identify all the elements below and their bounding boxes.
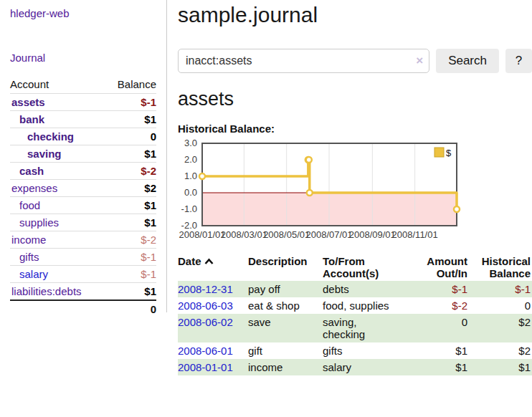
account-row: salary$-1 bbox=[10, 266, 156, 283]
transaction-balance: $1 bbox=[469, 359, 532, 375]
account-heading: assets bbox=[178, 88, 532, 110]
account-balance: $-1 bbox=[105, 249, 156, 266]
accounts-header-balance: Balance bbox=[105, 76, 156, 94]
transaction-date-link[interactable]: 2008-06-03 bbox=[178, 299, 233, 312]
transaction-date-cell: 2008-06-02 bbox=[178, 314, 248, 342]
account-link-checking[interactable]: checking bbox=[27, 130, 74, 143]
historical-balance-chart: 2008/01/012008/03/012008/05/012008/07/01… bbox=[178, 139, 532, 244]
transaction-balance: $2 bbox=[469, 342, 532, 359]
transaction-accounts: debts bbox=[323, 281, 403, 297]
transaction-date-cell: 2008-12-31 bbox=[178, 281, 248, 297]
account-link-income[interactable]: income bbox=[11, 234, 46, 246]
transaction-description: income bbox=[248, 359, 323, 375]
account-link-expenses[interactable]: expenses bbox=[11, 182, 57, 194]
svg-text:2008/11/01: 2008/11/01 bbox=[392, 229, 438, 240]
transaction-date-link[interactable]: 2008-06-02 bbox=[178, 316, 233, 328]
svg-text:2008/05/01: 2008/05/01 bbox=[263, 229, 310, 240]
transaction-balance: 0 bbox=[469, 297, 532, 314]
search-input[interactable] bbox=[178, 49, 429, 73]
svg-text:2.0: 2.0 bbox=[184, 154, 197, 165]
register-header-amount: Amount Out/In bbox=[403, 254, 469, 281]
transaction-balance: $2 bbox=[469, 314, 532, 342]
svg-text:1.0: 1.0 bbox=[184, 171, 197, 181]
accounts-total-row: 0 bbox=[10, 300, 156, 317]
transaction-description: gift bbox=[248, 342, 323, 359]
sidebar-item-journal[interactable]: Journal bbox=[10, 52, 45, 64]
svg-text:0.0: 0.0 bbox=[184, 187, 197, 198]
account-row: bank$1 bbox=[10, 111, 156, 128]
accounts-header-account: Account bbox=[10, 76, 105, 94]
account-row: gifts$-1 bbox=[10, 249, 156, 266]
svg-text:2008/07/01: 2008/07/01 bbox=[305, 229, 352, 240]
account-row: expenses$2 bbox=[10, 180, 156, 197]
transaction-description: pay off bbox=[248, 281, 323, 297]
transaction-amount: $1 bbox=[403, 342, 469, 359]
svg-text:$: $ bbox=[446, 148, 452, 158]
account-balance: $-1 bbox=[105, 266, 156, 283]
app-brand-link[interactable]: hledger-web bbox=[10, 7, 156, 19]
account-link-saving[interactable]: saving bbox=[27, 148, 62, 160]
account-row: supplies$1 bbox=[10, 214, 156, 231]
register-header-accounts: To/From Account(s) bbox=[323, 254, 403, 281]
transaction-amount: $-1 bbox=[403, 281, 469, 297]
register-header-date[interactable]: Date bbox=[178, 254, 248, 281]
svg-text:2008/03/01: 2008/03/01 bbox=[221, 229, 267, 240]
transaction-accounts: saving, checking bbox=[323, 314, 403, 342]
svg-text:2008/01/01: 2008/01/01 bbox=[179, 229, 225, 240]
account-link-bank[interactable]: bank bbox=[19, 113, 44, 125]
transaction-row: 2008-06-01giftgifts$1$2 bbox=[178, 342, 532, 359]
account-balance: $1 bbox=[105, 283, 156, 301]
account-row: saving$1 bbox=[10, 145, 156, 163]
transaction-amount: 0 bbox=[403, 314, 469, 342]
transaction-description: save bbox=[248, 314, 323, 342]
account-link-supplies[interactable]: supplies bbox=[19, 216, 59, 229]
transaction-row: 2008-01-01incomesalary$1$1 bbox=[178, 359, 532, 375]
account-row: checking0 bbox=[10, 128, 156, 145]
account-link-gifts[interactable]: gifts bbox=[19, 251, 39, 263]
chart-svg: 2008/01/012008/03/012008/05/012008/07/01… bbox=[178, 139, 465, 244]
account-link-food[interactable]: food bbox=[19, 199, 40, 211]
transaction-date-link[interactable]: 2008-01-01 bbox=[178, 361, 233, 373]
transaction-row: 2008-06-02savesaving, checking0$2 bbox=[178, 314, 532, 342]
account-row: liabilities:debts$1 bbox=[10, 283, 156, 301]
register-header-balance: Historical Balance bbox=[469, 254, 532, 281]
transaction-balance: $-1 bbox=[469, 281, 532, 297]
register-header-row: Date Description To/From Account(s) Amou… bbox=[178, 254, 532, 281]
svg-text:3.0: 3.0 bbox=[184, 138, 197, 148]
account-link-assets[interactable]: assets bbox=[11, 96, 45, 108]
hledger-web-app: hledger-web Journal Account Balance asse… bbox=[0, 0, 532, 417]
search-button[interactable]: Search bbox=[436, 49, 499, 73]
transaction-amount: $-2 bbox=[403, 297, 469, 314]
account-link-liabilities-debts[interactable]: liabilities:debts bbox=[11, 285, 82, 297]
chart-title: Historical Balance: bbox=[178, 123, 532, 135]
account-balance: 0 bbox=[105, 128, 156, 145]
account-balance: $1 bbox=[105, 111, 156, 128]
account-balance: $1 bbox=[105, 197, 156, 214]
svg-text:-2.0: -2.0 bbox=[181, 220, 197, 231]
account-balance: $1 bbox=[105, 145, 156, 163]
account-balance: $-2 bbox=[105, 231, 156, 249]
register-header-description: Description bbox=[248, 254, 323, 281]
transaction-date-link[interactable]: 2008-06-01 bbox=[178, 345, 233, 357]
accounts-header-row: Account Balance bbox=[10, 76, 156, 94]
account-balance: $-2 bbox=[105, 163, 156, 180]
account-link-cash[interactable]: cash bbox=[19, 165, 44, 177]
accounts-table: Account Balance assets$-1bank$1checking0… bbox=[10, 76, 156, 317]
page-title: sample.journal bbox=[178, 3, 532, 27]
register-body: 2008-12-31pay offdebts$-1$-12008-06-03ea… bbox=[178, 281, 532, 375]
transaction-description: eat & shop bbox=[248, 297, 323, 314]
account-balance: $2 bbox=[105, 180, 156, 197]
accounts-body: assets$-1bank$1checking0saving$1cash$-2e… bbox=[10, 94, 156, 301]
sidebar: hledger-web Journal Account Balance asse… bbox=[0, 0, 167, 312]
transaction-date-cell: 2008-06-03 bbox=[178, 297, 248, 314]
account-link-salary[interactable]: salary bbox=[19, 268, 48, 280]
transaction-row: 2008-12-31pay offdebts$-1$-1 bbox=[178, 281, 532, 297]
account-row: cash$-2 bbox=[10, 163, 156, 180]
main-content: sample.journal × Search ? assets Histori… bbox=[178, 0, 532, 375]
clear-search-icon[interactable]: × bbox=[416, 54, 423, 68]
transaction-accounts: salary bbox=[323, 359, 403, 375]
account-balance: $1 bbox=[105, 214, 156, 231]
search-bar: × Search ? bbox=[178, 49, 532, 73]
transaction-date-link[interactable]: 2008-12-31 bbox=[178, 283, 233, 295]
help-button[interactable]: ? bbox=[505, 49, 532, 73]
